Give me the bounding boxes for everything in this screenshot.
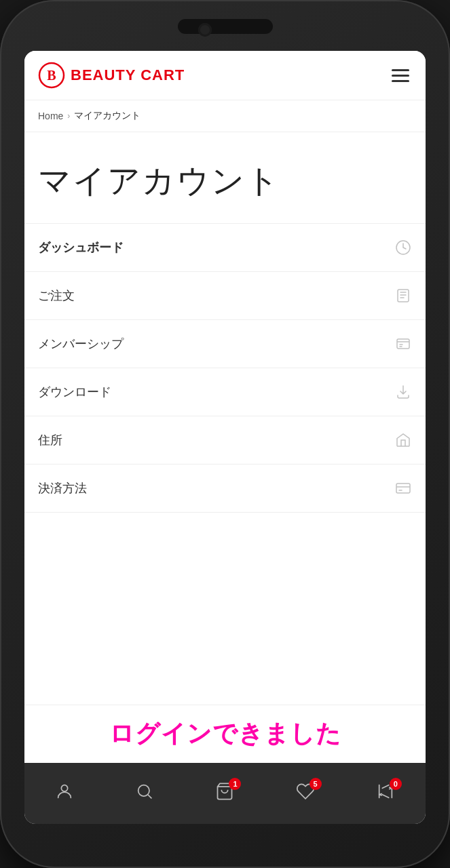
nav-item-wishlist[interactable]: 5	[285, 775, 326, 812]
dashboard-icon	[394, 239, 412, 256]
page-title: マイアカウント	[38, 159, 412, 203]
menu-item-downloads[interactable]: ダウンロード	[24, 368, 426, 416]
account-menu: ダッシュボード ご注文	[24, 224, 426, 513]
menu-item-label-payment: 決済方法	[38, 480, 87, 496]
bottom-nav: 1 5 0	[24, 763, 426, 824]
svg-rect-4	[397, 339, 409, 349]
svg-rect-3	[398, 290, 409, 302]
hamburger-line-3	[392, 80, 409, 82]
download-icon	[394, 383, 412, 401]
page-title-section: マイアカウント	[24, 132, 426, 224]
account-nav-icon	[55, 782, 74, 806]
hamburger-line-1	[392, 69, 409, 71]
menu-item-membership[interactable]: メンバーシップ	[24, 320, 426, 368]
orders-icon	[394, 287, 412, 304]
wishlist-badge: 5	[310, 778, 322, 790]
menu-item-label-orders: ご注文	[38, 288, 75, 304]
breadcrumb-separator: ›	[67, 111, 70, 121]
nav-item-compare[interactable]: 0	[365, 775, 406, 812]
cart-badge: 1	[229, 778, 241, 790]
membership-icon	[394, 335, 412, 353]
payment-icon	[394, 479, 412, 497]
hamburger-menu[interactable]	[389, 66, 412, 85]
nav-item-cart[interactable]: 1	[204, 775, 245, 812]
logo-text: BEAUTY CART	[71, 66, 185, 84]
menu-item-label-membership: メンバーシップ	[38, 336, 124, 352]
nav-item-search[interactable]	[124, 775, 165, 812]
compare-badge: 0	[390, 778, 402, 790]
menu-item-label-downloads: ダウンロード	[38, 384, 111, 400]
address-icon	[394, 431, 412, 449]
phone-frame: B BEAUTY CART Home › マイアカウント マイアカウント ダッシ…	[0, 0, 450, 868]
svg-rect-5	[396, 484, 410, 493]
hamburger-line-2	[392, 75, 409, 77]
logo-area: B BEAUTY CART	[38, 62, 185, 89]
menu-item-dashboard[interactable]: ダッシュボード	[24, 224, 426, 272]
phone-screen: B BEAUTY CART Home › マイアカウント マイアカウント ダッシ…	[24, 51, 426, 824]
nav-item-account[interactable]	[44, 775, 85, 812]
svg-point-7	[138, 785, 149, 795]
logo-icon: B	[38, 62, 65, 89]
menu-item-payment[interactable]: 決済方法	[24, 465, 426, 513]
header: B BEAUTY CART	[24, 51, 426, 100]
menu-item-label-address: 住所	[38, 432, 62, 448]
breadcrumb: Home › マイアカウント	[24, 100, 426, 132]
search-nav-icon	[135, 782, 154, 806]
menu-item-label-dashboard: ダッシュボード	[38, 239, 124, 256]
svg-text:B: B	[47, 68, 56, 83]
breadcrumb-home[interactable]: Home	[38, 111, 63, 121]
login-banner: ログインできました	[24, 705, 426, 763]
breadcrumb-current: マイアカウント	[74, 110, 140, 122]
menu-item-address[interactable]: 住所	[24, 416, 426, 465]
login-success-text: ログインできました	[109, 719, 341, 747]
svg-point-6	[61, 785, 67, 791]
menu-item-orders[interactable]: ご注文	[24, 272, 426, 320]
